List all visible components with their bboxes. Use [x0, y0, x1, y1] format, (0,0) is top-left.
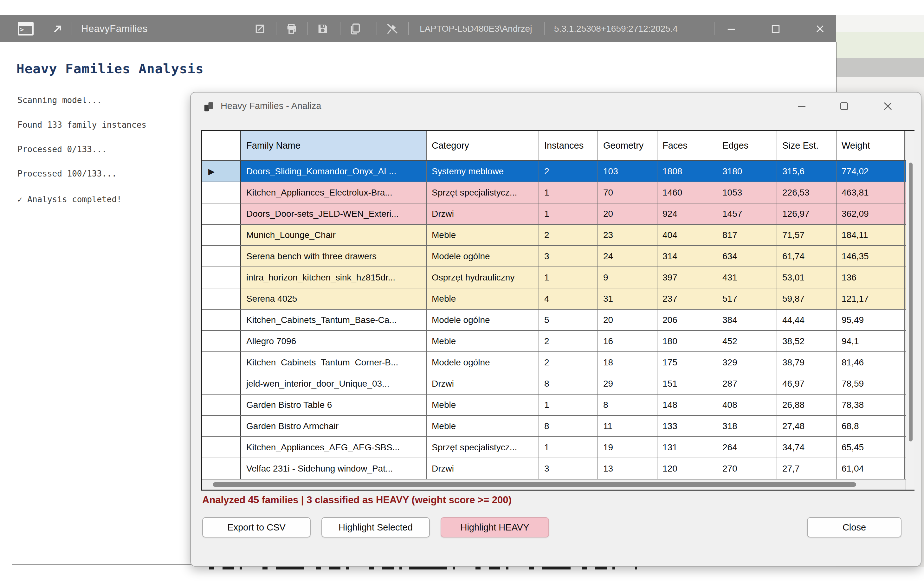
cell-category[interactable]: Meble: [427, 331, 539, 351]
cell-family-name[interactable]: Serena 4025: [241, 288, 427, 309]
open-external-icon[interactable]: [254, 15, 266, 42]
cell-geometry[interactable]: 31: [598, 288, 657, 309]
cell-weight[interactable]: 121,17: [837, 288, 905, 309]
cell-geometry[interactable]: 20: [598, 310, 657, 330]
export-csv-button[interactable]: Export to CSV: [202, 517, 311, 537]
save-icon[interactable]: [316, 15, 329, 42]
cell-geometry[interactable]: 20: [598, 203, 657, 224]
table-row[interactable]: jeld-wen_interior_door_Unique_03...Drzwi…: [202, 373, 914, 395]
cell-instances[interactable]: 3: [539, 458, 598, 479]
cell-size-est[interactable]: 34,74: [777, 437, 837, 458]
cell-weight[interactable]: 61,04: [837, 458, 905, 479]
cell-faces[interactable]: 1460: [657, 182, 717, 203]
cell-instances[interactable]: 2: [539, 352, 598, 373]
cell-geometry[interactable]: 29: [598, 373, 657, 394]
cell-faces[interactable]: 397: [657, 267, 717, 288]
cell-faces[interactable]: 120: [657, 458, 717, 479]
cell-geometry[interactable]: 13: [598, 458, 657, 479]
cell-weight[interactable]: 184,11: [837, 225, 905, 245]
cell-size-est[interactable]: 61,74: [777, 246, 837, 267]
cell-instances[interactable]: 3: [539, 246, 598, 267]
cell-edges[interactable]: 264: [717, 437, 777, 458]
cell-geometry[interactable]: 23: [598, 225, 657, 245]
cell-geometry[interactable]: 18: [598, 352, 657, 373]
table-row[interactable]: Velfac 231i - Sidehung window_Pat...Drzw…: [202, 458, 914, 480]
cell-category[interactable]: Drzwi: [427, 458, 539, 479]
horizontal-scrollbar[interactable]: [202, 480, 914, 489]
cell-instances[interactable]: 2: [539, 161, 598, 181]
column-header-geometry[interactable]: Geometry: [598, 131, 657, 160]
column-header-faces[interactable]: Faces: [657, 131, 717, 160]
cell-size-est[interactable]: 315,6: [777, 161, 837, 181]
cell-weight[interactable]: 78,38: [837, 395, 905, 415]
cell-family-name[interactable]: Serena bench with three drawers: [241, 246, 427, 267]
dialog-minimize-button[interactable]: [789, 95, 814, 117]
row-header-cell[interactable]: [202, 458, 241, 479]
cell-size-est[interactable]: 59,87: [777, 288, 837, 309]
cell-instances[interactable]: 4: [539, 288, 598, 309]
cell-size-est[interactable]: 226,53: [777, 182, 837, 203]
row-header-cell[interactable]: ▶: [202, 161, 241, 181]
cell-category[interactable]: Modele ogólne: [427, 246, 539, 267]
table-row[interactable]: Doors_Door-sets_JELD-WEN_Exteri...Drzwi1…: [202, 203, 914, 225]
cell-category[interactable]: Modele ogólne: [427, 310, 539, 330]
cell-family-name[interactable]: intra_horizon_kitchen_sink_hz815dr...: [241, 267, 427, 288]
cell-category[interactable]: Meble: [427, 416, 539, 437]
cell-instances[interactable]: 1: [539, 203, 598, 224]
cell-instances[interactable]: 1: [539, 182, 598, 203]
cell-geometry[interactable]: 19: [598, 437, 657, 458]
cell-category[interactable]: Meble: [427, 288, 539, 309]
cell-family-name[interactable]: jeld-wen_interior_door_Unique_03...: [241, 373, 427, 394]
cell-faces[interactable]: 133: [657, 416, 717, 437]
maximize-button[interactable]: [764, 15, 787, 42]
cell-category[interactable]: Osprzęt hydrauliczny: [427, 267, 539, 288]
row-header-cell[interactable]: [202, 331, 241, 351]
minimize-button[interactable]: [720, 15, 742, 42]
cell-edges[interactable]: 329: [717, 352, 777, 373]
column-header-weight[interactable]: Weight: [837, 131, 905, 160]
cell-category[interactable]: Modele ogólne: [427, 352, 539, 373]
row-header-cell[interactable]: [202, 310, 241, 330]
cell-instances[interactable]: 5: [539, 310, 598, 330]
row-header-cell[interactable]: [202, 437, 241, 458]
horizontal-scrollbar-thumb[interactable]: [213, 482, 856, 487]
row-header-cell[interactable]: [202, 203, 241, 224]
cell-weight[interactable]: 136: [837, 267, 905, 288]
column-header-edges[interactable]: Edges: [717, 131, 777, 160]
column-header-instances[interactable]: Instances: [539, 131, 598, 160]
print-icon[interactable]: [285, 15, 298, 42]
cell-family-name[interactable]: Allegro 7096: [241, 331, 427, 351]
table-row[interactable]: Serena bench with three drawersModele og…: [202, 246, 914, 267]
cell-faces[interactable]: 148: [657, 395, 717, 415]
cell-faces[interactable]: 131: [657, 437, 717, 458]
cell-weight[interactable]: 95,49: [837, 310, 905, 330]
cell-family-name[interactable]: Kitchen_Cabinets_Tantum_Base-Ca...: [241, 310, 427, 330]
cell-faces[interactable]: 237: [657, 288, 717, 309]
row-header-cell[interactable]: [202, 267, 241, 288]
pin-off-icon[interactable]: [386, 15, 398, 42]
cell-geometry[interactable]: 11: [598, 416, 657, 437]
cell-edges[interactable]: 452: [717, 331, 777, 351]
copy-icon[interactable]: [349, 15, 361, 42]
cell-edges[interactable]: 3180: [717, 161, 777, 181]
vertical-scrollbar[interactable]: [906, 131, 914, 489]
row-header-cell[interactable]: [202, 225, 241, 245]
dialog-close-button[interactable]: [876, 95, 900, 117]
cell-family-name[interactable]: Doors_Sliding_Komandor_Onyx_AL...: [241, 161, 427, 181]
table-row[interactable]: Kitchen_Cabinets_Tantum_Base-Ca...Modele…: [202, 310, 914, 331]
cell-faces[interactable]: 206: [657, 310, 717, 330]
cell-size-est[interactable]: 38,79: [777, 352, 837, 373]
row-header-cell[interactable]: [202, 416, 241, 437]
cell-weight[interactable]: 362,09: [837, 203, 905, 224]
cell-weight[interactable]: 146,35: [837, 246, 905, 267]
cell-weight[interactable]: 94,1: [837, 331, 905, 351]
cell-instances[interactable]: 8: [539, 373, 598, 394]
cell-size-est[interactable]: 26,88: [777, 395, 837, 415]
cell-weight[interactable]: 68,8: [837, 416, 905, 437]
cell-edges[interactable]: 1053: [717, 182, 777, 203]
cell-category[interactable]: Sprzęt specjalistycz...: [427, 182, 539, 203]
cell-family-name[interactable]: Kitchen_Appliances_Electrolux-Bra...: [241, 182, 427, 203]
cell-faces[interactable]: 404: [657, 225, 717, 245]
cell-size-est[interactable]: 46,97: [777, 373, 837, 394]
external-arrow-icon[interactable]: [51, 15, 64, 42]
